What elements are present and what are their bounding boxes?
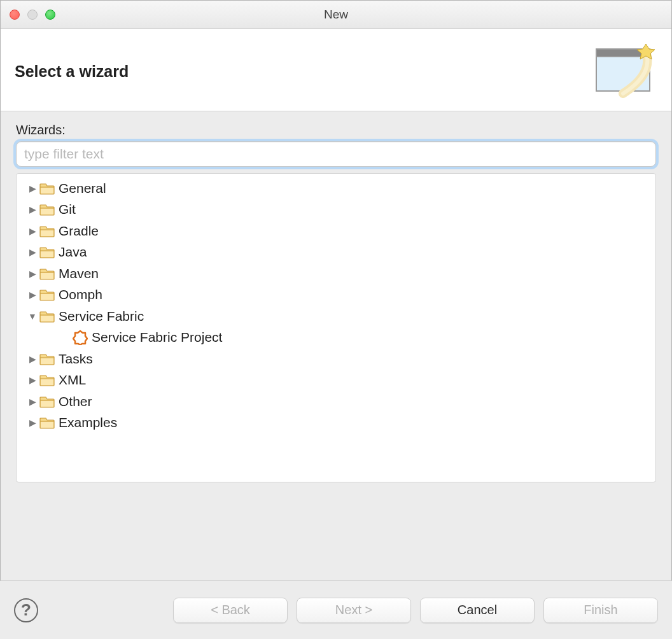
page-title: Select a wizard bbox=[15, 62, 129, 81]
folder-icon bbox=[39, 353, 55, 365]
tree-folder[interactable]: Other bbox=[19, 391, 650, 412]
cancel-button[interactable]: Cancel bbox=[420, 598, 535, 623]
disclosure-triangle-icon[interactable] bbox=[25, 311, 39, 321]
disclosure-triangle-icon[interactable] bbox=[25, 269, 39, 279]
help-button[interactable]: ? bbox=[14, 598, 38, 622]
tree-item-label: Oomph bbox=[59, 287, 102, 302]
disclosure-triangle-icon[interactable] bbox=[25, 375, 39, 385]
disclosure-triangle-icon[interactable] bbox=[25, 247, 39, 257]
window-title: New bbox=[1, 8, 671, 22]
wizard-content: Wizards: GeneralGitGradleJavaMavenOomphS… bbox=[1, 111, 671, 482]
tree-folder[interactable]: Git bbox=[19, 199, 650, 221]
filter-input[interactable] bbox=[16, 141, 656, 167]
folder-icon bbox=[39, 416, 55, 429]
tree-leaf[interactable]: Service Fabric Project bbox=[19, 327, 650, 349]
next-button[interactable]: Next > bbox=[297, 598, 411, 623]
wizard-header: Select a wizard bbox=[1, 29, 671, 111]
folder-icon bbox=[39, 246, 55, 258]
tree-item-label: Maven bbox=[59, 266, 99, 281]
folder-icon bbox=[39, 395, 55, 408]
help-icon: ? bbox=[21, 600, 31, 620]
folder-icon bbox=[39, 310, 55, 323]
back-button[interactable]: < Back bbox=[173, 598, 288, 623]
folder-icon bbox=[39, 374, 55, 386]
tree-folder[interactable]: Tasks bbox=[19, 348, 650, 370]
wizard-footer: ? < Back Next > Cancel Finish bbox=[0, 580, 672, 639]
tree-item-label: Tasks bbox=[59, 351, 93, 367]
wizards-label: Wizards: bbox=[16, 123, 656, 137]
disclosure-triangle-icon[interactable] bbox=[25, 183, 39, 193]
folder-icon bbox=[39, 288, 55, 301]
tree-folder[interactable]: Gradle bbox=[19, 220, 650, 242]
folder-icon bbox=[39, 267, 55, 280]
tree-folder[interactable]: Maven bbox=[19, 263, 650, 284]
tree-folder[interactable]: General bbox=[19, 178, 650, 199]
wizard-banner-icon bbox=[587, 41, 656, 102]
tree-item-label: Service Fabric Project bbox=[92, 330, 222, 345]
tree-item-label: XML bbox=[59, 372, 86, 388]
titlebar[interactable]: New bbox=[1, 1, 671, 29]
tree-item-label: Examples bbox=[59, 415, 117, 430]
folder-icon bbox=[39, 225, 55, 237]
tree-folder[interactable]: Service Fabric bbox=[19, 305, 650, 327]
tree-item-label: Java bbox=[59, 244, 87, 260]
tree-folder[interactable]: XML bbox=[19, 370, 650, 391]
disclosure-triangle-icon[interactable] bbox=[25, 418, 39, 428]
wizard-tree[interactable]: GeneralGitGradleJavaMavenOomphService Fa… bbox=[16, 173, 656, 482]
tree-folder[interactable]: Examples bbox=[19, 412, 650, 434]
disclosure-triangle-icon[interactable] bbox=[25, 290, 39, 300]
tree-item-label: Other bbox=[59, 394, 92, 409]
folder-icon bbox=[39, 182, 55, 195]
tree-folder[interactable]: Java bbox=[19, 242, 650, 263]
tree-item-label: General bbox=[59, 181, 106, 196]
tree-folder[interactable]: Oomph bbox=[19, 284, 650, 306]
tree-item-label: Git bbox=[59, 202, 76, 217]
disclosure-triangle-icon[interactable] bbox=[25, 354, 39, 364]
tree-item-label: Service Fabric bbox=[59, 309, 144, 324]
tree-item-label: Gradle bbox=[59, 223, 99, 239]
finish-button[interactable]: Finish bbox=[543, 598, 658, 623]
disclosure-triangle-icon[interactable] bbox=[25, 226, 39, 236]
disclosure-triangle-icon[interactable] bbox=[25, 204, 39, 214]
disclosure-triangle-icon[interactable] bbox=[25, 397, 39, 407]
folder-icon bbox=[39, 203, 55, 216]
service-fabric-icon bbox=[73, 330, 88, 345]
